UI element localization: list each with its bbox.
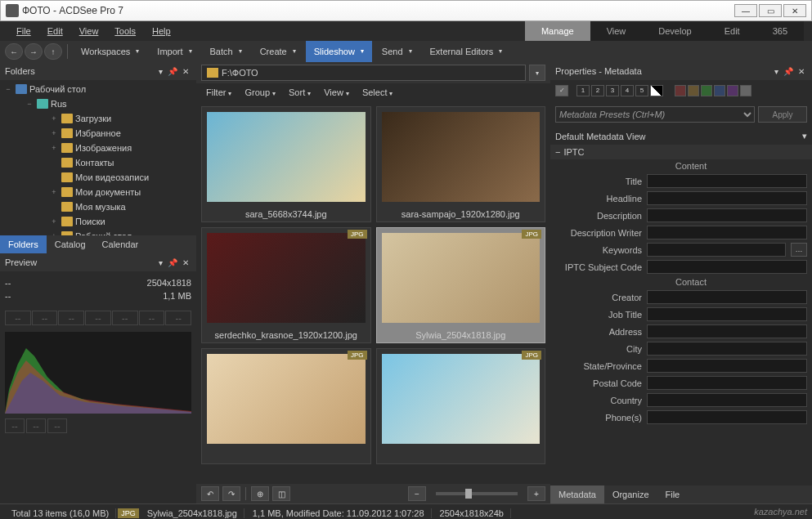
- thumbnail[interactable]: JPGserdechko_krasnoe_1920x1200.jpg: [201, 227, 371, 343]
- menu-edit[interactable]: Edit: [39, 26, 71, 36]
- postal-field[interactable]: [647, 376, 807, 390]
- properties-panel-pin[interactable]: 📌: [781, 67, 796, 76]
- channel-b[interactable]: --: [47, 418, 67, 433]
- tree-item[interactable]: Контакты: [0, 155, 196, 170]
- mode-365[interactable]: 365: [756, 21, 804, 41]
- tree-item[interactable]: +Поиски: [0, 214, 196, 229]
- color-label-blue[interactable]: [714, 85, 725, 96]
- thumbnail[interactable]: JPGSylwia_2504x1818.jpg: [376, 227, 546, 343]
- tree-item[interactable]: Моя музыка: [0, 199, 196, 214]
- description-field[interactable]: [647, 208, 807, 222]
- menu-help[interactable]: Help: [144, 26, 179, 36]
- headline-field[interactable]: [647, 191, 807, 205]
- tree-item[interactable]: +Загрузки: [0, 111, 196, 126]
- send-menu[interactable]: Send: [374, 41, 420, 62]
- close-button[interactable]: ✕: [783, 4, 806, 17]
- folder-tree[interactable]: −Рабочий стол −Rus +Загрузки +Избранное …: [0, 80, 196, 235]
- tab-calendar[interactable]: Calendar: [94, 235, 147, 253]
- thumbnail[interactable]: JPG: [376, 348, 546, 464]
- path-dropdown[interactable]: ▾: [529, 65, 545, 81]
- tree-item[interactable]: +Избранное: [0, 126, 196, 141]
- thumbnail[interactable]: JPG: [201, 348, 371, 464]
- view-menu[interactable]: View: [319, 87, 354, 97]
- batch-menu[interactable]: Batch: [202, 41, 250, 62]
- city-field[interactable]: [647, 342, 807, 356]
- maximize-button[interactable]: ▭: [759, 4, 782, 17]
- menu-tools[interactable]: Tools: [106, 26, 144, 36]
- folders-panel-menu[interactable]: ▾: [156, 67, 165, 76]
- compare-button[interactable]: ◫: [272, 486, 290, 501]
- jobtitle-field[interactable]: [647, 307, 807, 321]
- tree-item[interactable]: +Изображения: [0, 141, 196, 155]
- tree-root[interactable]: −Рабочий стол: [0, 82, 196, 96]
- mode-manage[interactable]: Manage: [525, 21, 590, 41]
- rating-3[interactable]: 3: [606, 85, 619, 96]
- iptc-section-header[interactable]: −IPTC: [550, 145, 812, 159]
- sort-menu[interactable]: Sort: [284, 87, 316, 97]
- mode-develop[interactable]: Develop: [642, 21, 707, 41]
- mode-edit[interactable]: Edit: [708, 21, 756, 41]
- filter-menu[interactable]: Filter: [201, 87, 236, 97]
- zoom-in-button[interactable]: +: [527, 486, 545, 501]
- rating-2[interactable]: 2: [591, 85, 604, 96]
- rating-cell[interactable]: --: [139, 311, 165, 325]
- thumbnail-size-slider[interactable]: [436, 492, 518, 495]
- channel-g[interactable]: --: [26, 418, 46, 433]
- metadata-scroll[interactable]: −IPTC Content Title Headline Description…: [550, 145, 812, 485]
- descwriter-field[interactable]: [647, 226, 807, 239]
- slideshow-menu[interactable]: Slideshow: [306, 41, 372, 62]
- preview-panel-pin[interactable]: 📌: [165, 258, 180, 267]
- address-field[interactable]: [647, 324, 807, 338]
- menu-view[interactable]: View: [71, 26, 107, 36]
- nav-up-button[interactable]: ↑: [44, 43, 62, 60]
- tab-file[interactable]: File: [657, 485, 689, 503]
- folders-panel-pin[interactable]: 📌: [165, 67, 180, 76]
- path-display[interactable]: F:\ФОТО: [201, 65, 526, 81]
- color-label-red[interactable]: [675, 85, 686, 96]
- import-menu[interactable]: Import: [149, 41, 200, 62]
- thumbnail[interactable]: sara-sampajo_1920x1280.jpg: [376, 106, 546, 222]
- thumbnail[interactable]: sara_5668x3744.jpg: [201, 106, 371, 222]
- rotate-right-button[interactable]: ↷: [222, 486, 240, 501]
- external-editors-menu[interactable]: External Editors: [422, 41, 511, 62]
- tree-item[interactable]: +Рабочий стол: [0, 229, 196, 235]
- rating-cell[interactable]: --: [5, 311, 31, 325]
- rating-cell[interactable]: --: [165, 311, 191, 325]
- color-label-grey[interactable]: [740, 85, 751, 96]
- creator-field[interactable]: [647, 290, 807, 304]
- tag-checkbox[interactable]: ✓: [555, 85, 568, 96]
- rating-4[interactable]: 4: [621, 85, 634, 96]
- nav-back-button[interactable]: ←: [5, 43, 23, 60]
- add-basket-button[interactable]: ⊕: [251, 486, 269, 501]
- group-menu[interactable]: Group: [240, 87, 280, 97]
- rating-5[interactable]: 5: [635, 85, 648, 96]
- rating-1[interactable]: 1: [576, 85, 590, 96]
- tree-item[interactable]: +Мои документы: [0, 185, 196, 199]
- workspaces-menu[interactable]: Workspaces: [73, 41, 147, 62]
- mode-view[interactable]: View: [590, 21, 643, 41]
- color-label-green[interactable]: [701, 85, 712, 96]
- preview-panel-menu[interactable]: ▾: [156, 258, 165, 267]
- state-field[interactable]: [647, 359, 807, 373]
- keywords-browse-button[interactable]: …: [791, 243, 807, 257]
- channel-r[interactable]: --: [5, 418, 25, 433]
- tab-metadata[interactable]: Metadata: [550, 485, 604, 503]
- phones-field[interactable]: [647, 410, 807, 424]
- metadata-preset-select[interactable]: Metadata Presets (Ctrl+M): [555, 106, 755, 123]
- folders-panel-close[interactable]: ✕: [180, 67, 191, 76]
- rating-cell[interactable]: --: [58, 311, 84, 325]
- nav-forward-button[interactable]: →: [25, 43, 43, 60]
- properties-panel-close[interactable]: ✕: [796, 67, 807, 76]
- tree-rus[interactable]: −Rus: [0, 96, 196, 111]
- select-menu[interactable]: Select: [357, 87, 398, 97]
- tab-catalog[interactable]: Catalog: [47, 235, 94, 253]
- rating-clear[interactable]: [650, 85, 663, 96]
- color-label-orange[interactable]: [688, 85, 699, 96]
- create-menu[interactable]: Create: [252, 41, 304, 62]
- keywords-field[interactable]: [647, 243, 786, 257]
- zoom-out-button[interactable]: −: [408, 486, 426, 501]
- preview-panel-close[interactable]: ✕: [180, 258, 191, 267]
- tab-folders[interactable]: Folders: [0, 235, 47, 253]
- menu-file[interactable]: File: [8, 26, 39, 36]
- color-label-purple[interactable]: [727, 85, 738, 96]
